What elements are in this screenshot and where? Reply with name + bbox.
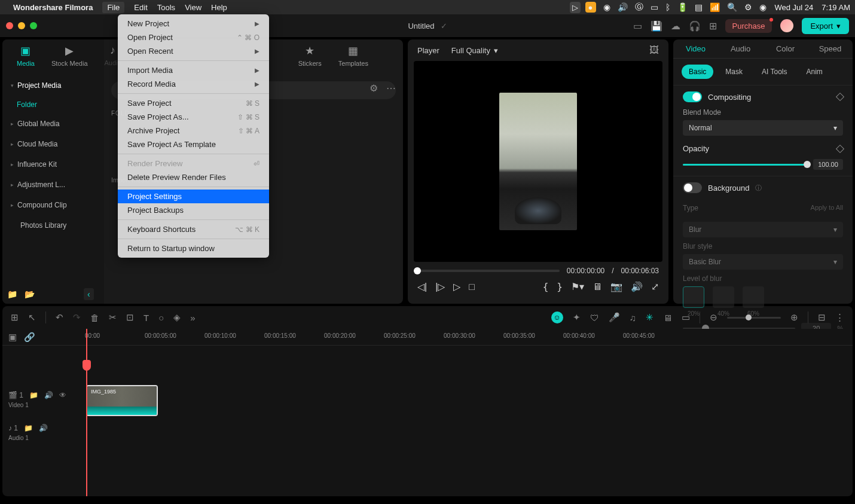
search-icon[interactable]: 🔍: [727, 2, 737, 12]
delete-icon[interactable]: 🗑: [90, 313, 99, 323]
info-icon[interactable]: ⓘ: [755, 184, 762, 193]
devices-icon[interactable]: 🖥: [663, 313, 672, 323]
menu-help[interactable]: Help: [211, 3, 227, 12]
menu-tools[interactable]: Tools: [157, 3, 175, 12]
teams-icon[interactable]: ◉: [603, 2, 610, 12]
mute-icon[interactable]: 🔊: [44, 391, 53, 399]
compositing-toggle[interactable]: [683, 91, 702, 102]
bluetooth-icon[interactable]: ᛒ: [665, 2, 670, 12]
menubar-time[interactable]: 7:19 AM: [822, 3, 850, 12]
wifi-icon[interactable]: 📶: [710, 2, 720, 12]
new-folder-icon[interactable]: 📁: [7, 289, 17, 299]
insp-tab-audio[interactable]: Audio: [718, 39, 763, 58]
cloud-icon[interactable]: ☁: [671, 20, 680, 32]
subtab-aitools[interactable]: AI Tools: [755, 65, 794, 79]
dd-delete-preview[interactable]: Delete Preview Render Files: [118, 170, 269, 184]
subtab-basic[interactable]: Basic: [682, 65, 713, 79]
insp-tab-video[interactable]: Video: [673, 39, 718, 58]
undo-icon[interactable]: ↶: [56, 312, 63, 323]
tab-stock-media[interactable]: ▶Stock Media: [51, 44, 88, 67]
sidebar-folder[interactable]: Folder: [2, 96, 104, 114]
mic-icon[interactable]: 🎤: [609, 312, 620, 323]
smiley-icon[interactable]: ☺: [551, 311, 563, 323]
export-button[interactable]: Export▾: [802, 18, 849, 34]
dd-project-backups[interactable]: Project Backups: [118, 203, 269, 217]
background-toggle[interactable]: [683, 182, 702, 193]
layout-icon[interactable]: ▭: [633, 20, 642, 32]
text-icon[interactable]: T: [143, 313, 149, 323]
subtab-mask[interactable]: Mask: [718, 65, 750, 79]
dd-record-media[interactable]: Record Media▶: [118, 77, 269, 91]
play-pause-button[interactable]: |▷: [435, 281, 445, 292]
blend-mode-select[interactable]: Normal▾: [683, 120, 843, 136]
link-icon[interactable]: 🔗: [24, 332, 35, 343]
sidebar-global-media[interactable]: ▸Global Media: [2, 114, 104, 134]
folder-icon[interactable]: 📁: [24, 424, 33, 432]
effect-icon[interactable]: ✦: [573, 312, 581, 323]
grid-icon[interactable]: ⊞: [11, 312, 19, 323]
dd-save-project[interactable]: Save Project⌘ S: [118, 96, 269, 110]
collapse-sidebar-icon[interactable]: ‹: [84, 288, 94, 300]
purchase-button[interactable]: Purchase: [725, 19, 772, 33]
battery-icon[interactable]: 🔋: [677, 2, 688, 12]
insp-tab-speed[interactable]: Speed: [808, 39, 853, 58]
dd-save-as[interactable]: Save Project As...⇧ ⌘ S: [118, 110, 269, 124]
fullscreen-button[interactable]: ⤢: [651, 281, 659, 292]
menu-file[interactable]: File: [102, 2, 124, 13]
screen-icon[interactable]: ▭: [651, 2, 658, 12]
crop-icon[interactable]: ⊡: [126, 312, 134, 323]
siri-icon[interactable]: ◉: [759, 2, 767, 12]
eye-icon[interactable]: 👁: [59, 391, 66, 399]
auto-icon[interactable]: ✳: [646, 312, 654, 323]
user-avatar[interactable]: [780, 19, 793, 32]
folder-icon[interactable]: 📁: [29, 391, 38, 399]
timeline-ruler[interactable]: 00:00 00:00:05:00 00:00:10:00 00:00:15:0…: [85, 329, 853, 345]
menu-view[interactable]: View: [185, 3, 201, 12]
sidebar-compound[interactable]: ▸Compound Clip: [2, 195, 104, 215]
menu-edit[interactable]: Edit: [134, 3, 147, 12]
dd-new-project[interactable]: New Project▶: [118, 17, 269, 30]
opacity-value[interactable]: 100.00: [813, 159, 843, 170]
audio-track-1[interactable]: ♪ 1 📁 🔊 Audio 1: [2, 417, 853, 447]
sidebar-photos[interactable]: Photos Library: [2, 215, 104, 236]
video-clip[interactable]: IMG_1985: [86, 385, 158, 416]
save-icon[interactable]: 💾: [651, 20, 662, 32]
play-button[interactable]: ▷: [453, 281, 460, 292]
filter-icon[interactable]: ⚙: [370, 83, 378, 94]
record-icon[interactable]: ○: [158, 313, 164, 323]
sidebar-influence-kit[interactable]: ▸Influence Kit: [2, 154, 104, 175]
playhead[interactable]: [86, 329, 87, 496]
volume-button[interactable]: 🔊: [631, 281, 643, 292]
menubar-date[interactable]: Wed Jul 24: [775, 3, 814, 12]
date-icon[interactable]: ▤: [695, 2, 703, 12]
mic-recording-icon[interactable]: ●: [585, 2, 596, 13]
sidebar-cloud-media[interactable]: ▸Cloud Media: [2, 134, 104, 154]
camera-button[interactable]: 📷: [610, 281, 622, 292]
scrubber[interactable]: [417, 270, 560, 272]
apply-all-button[interactable]: Apply to All: [811, 204, 843, 211]
grammarly-icon[interactable]: Ⓖ: [635, 2, 643, 13]
more-tools-icon[interactable]: »: [190, 313, 195, 323]
more-icon[interactable]: ⋯: [386, 83, 396, 94]
compositing-keyframe[interactable]: [836, 93, 844, 101]
dd-import-media[interactable]: Import Media▶: [118, 63, 269, 77]
zoom-slider[interactable]: [727, 317, 781, 319]
mark-in-button[interactable]: {: [543, 281, 549, 292]
app-name[interactable]: Wondershare Filmora: [13, 3, 93, 12]
airplay-icon[interactable]: ▷: [570, 2, 581, 13]
control-center-icon[interactable]: ⚙: [744, 2, 752, 12]
pointer-icon[interactable]: ↖: [28, 312, 36, 323]
video-track-1[interactable]: 🎬 1 📁 🔊 👁 Video 1 IMG_1985: [2, 381, 853, 417]
player-viewport[interactable]: [414, 61, 662, 262]
opacity-keyframe[interactable]: [836, 144, 844, 152]
minimize-window-button[interactable]: [18, 22, 25, 29]
mark-out-button[interactable]: }: [557, 281, 563, 292]
maximize-window-button[interactable]: [30, 22, 37, 29]
prev-frame-button[interactable]: ◁|: [417, 281, 427, 292]
new-subfolder-icon[interactable]: 📂: [25, 289, 35, 299]
marker-button[interactable]: ⚑▾: [571, 281, 584, 292]
track-opts-icon[interactable]: ▣: [8, 332, 17, 343]
subtab-anim[interactable]: Anim: [799, 65, 829, 79]
close-window-button[interactable]: [6, 22, 13, 29]
quality-dropdown[interactable]: Full Quality▾: [451, 46, 498, 55]
